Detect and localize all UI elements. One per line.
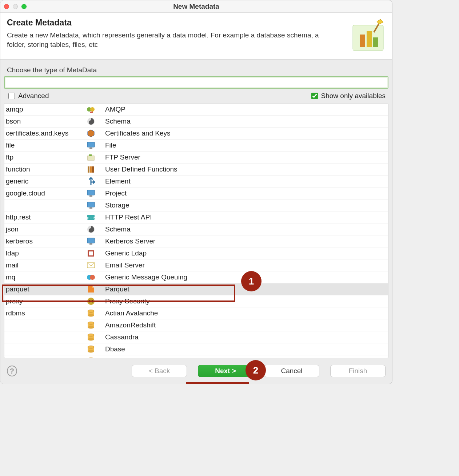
advanced-checkbox[interactable] <box>8 93 15 99</box>
ftp-icon <box>80 153 102 162</box>
next-button[interactable]: Next > <box>198 365 253 377</box>
banner: Create Metadata Create a new Metadata, w… <box>0 13 392 60</box>
metadata-type-row[interactable]: fileFile <box>4 140 388 152</box>
cert-icon <box>80 129 102 138</box>
annotation-badge-1: 1 <box>241 271 262 291</box>
svg-rect-3 <box>373 37 378 47</box>
finish-button: Finish <box>330 365 386 377</box>
books-icon <box>80 165 102 174</box>
mq-icon <box>80 273 102 282</box>
banner-heading: Create Metadata <box>7 18 348 28</box>
metadata-label: Firebird <box>102 357 387 358</box>
ldap-icon <box>80 249 102 258</box>
metadata-type-list-scroll[interactable]: amqpAMQPbsonSchemacertificates.and.keysC… <box>4 104 388 358</box>
metadata-key: generic <box>5 177 80 185</box>
metadata-type-row[interactable]: genericElement <box>4 176 388 187</box>
metadata-label: FTP Server <box>102 153 387 161</box>
monitor-icon <box>80 189 102 198</box>
metadata-type-row[interactable]: mailEmail Server <box>4 259 388 271</box>
metadata-key: certificates.and.keys <box>5 129 80 137</box>
metadata-type-row[interactable]: functionUser Defined Functions <box>4 164 388 176</box>
metadata-key: function <box>5 165 80 173</box>
metadata-label: Email Server <box>102 261 387 269</box>
metadata-key: ldap <box>5 249 80 257</box>
metadata-type-row[interactable]: rdbmsActian Avalanche <box>4 307 388 319</box>
metadata-label: Schema <box>102 225 387 233</box>
metadata-label: AMQP <box>102 105 387 113</box>
svg-rect-2 <box>367 31 372 47</box>
annotation-rect-2 <box>186 382 249 384</box>
window-title: New Metadata <box>0 3 392 11</box>
metadata-type-row[interactable]: jsonSchema <box>4 223 388 235</box>
metadata-type-row[interactable]: Storage <box>4 199 388 211</box>
metadata-label: Project <box>102 189 387 197</box>
monitor-icon <box>80 141 102 150</box>
db-icon <box>80 357 102 358</box>
annotation-badge-2: 2 <box>246 360 266 380</box>
titlebar: New Metadata <box>0 0 392 13</box>
metadata-type-row[interactable]: mqGeneric Message Queuing <box>4 271 388 283</box>
metadata-type-row[interactable]: http.restHTTP Rest API <box>4 211 388 223</box>
metadata-label: Certificates and Keys <box>102 129 387 137</box>
metadata-key: ftp <box>5 153 80 161</box>
metadata-type-row[interactable]: AmazonRedshift <box>4 319 388 331</box>
metadata-key: kerberos <box>5 237 80 245</box>
http-icon <box>80 213 102 222</box>
show-only-availables-checkbox[interactable] <box>311 93 318 99</box>
metadata-type-list: amqpAMQPbsonSchemacertificates.and.keysC… <box>4 103 388 358</box>
svg-rect-1 <box>360 35 365 47</box>
show-only-availables-label[interactable]: Show only availables <box>321 92 386 100</box>
wizard-icon <box>351 18 386 53</box>
db-icon <box>80 321 102 330</box>
metadata-type-row[interactable]: bsonSchema <box>4 116 388 128</box>
metadata-type-row[interactable]: certificates.and.keysCertificates and Ke… <box>4 128 388 140</box>
metadata-type-row[interactable]: google.cloudProject <box>4 187 388 199</box>
arrows-icon <box>80 177 102 186</box>
metadata-label: Element <box>102 177 387 185</box>
monitor-icon <box>80 201 102 210</box>
swirl-icon <box>80 225 102 234</box>
db-icon <box>80 345 102 354</box>
metadata-label: Dbase <box>102 345 387 353</box>
metadata-type-row[interactable]: ftpFTP Server <box>4 152 388 164</box>
swirl-icon <box>80 117 102 126</box>
metadata-key: file <box>5 141 80 149</box>
metadata-filter-input[interactable] <box>4 76 388 89</box>
banner-description: Create a new Metadata, which represents … <box>7 31 334 49</box>
metadata-label: Cassandra <box>102 333 387 341</box>
cancel-button[interactable]: Cancel <box>264 365 319 377</box>
metadata-key: amqp <box>5 105 80 113</box>
metadata-label: Actian Avalanche <box>102 309 387 317</box>
back-button: < Back <box>132 365 187 377</box>
amqp-icon <box>80 105 102 114</box>
metadata-type-row[interactable]: ldapGeneric Ldap <box>4 247 388 259</box>
metadata-key: http.rest <box>5 213 80 221</box>
monitor-icon <box>80 237 102 246</box>
metadata-type-row[interactable]: Dbase <box>4 343 388 355</box>
new-metadata-dialog: New Metadata Create Metadata Create a ne… <box>0 0 392 384</box>
metadata-key: json <box>5 225 80 233</box>
advanced-label[interactable]: Advanced <box>18 92 49 100</box>
svg-marker-5 <box>377 19 383 24</box>
db-icon <box>80 309 102 318</box>
metadata-key: mq <box>5 273 80 281</box>
metadata-key: mail <box>5 261 80 269</box>
metadata-type-row[interactable]: kerberosKerberos Server <box>4 235 388 247</box>
metadata-type-row[interactable]: Cassandra <box>4 331 388 343</box>
metadata-label: File <box>102 141 387 149</box>
mail-icon <box>80 261 102 270</box>
metadata-type-row[interactable]: amqpAMQP <box>4 104 388 116</box>
dialog-footer: ? < Back Next > Cancel Finish <box>0 358 392 384</box>
choose-type-label: Choose the type of MetaData <box>0 60 392 76</box>
help-icon[interactable]: ? <box>7 366 17 376</box>
metadata-label: HTTP Rest API <box>102 213 387 221</box>
db-icon <box>80 333 102 342</box>
metadata-label: Generic Ldap <box>102 249 387 257</box>
metadata-label: User Defined Functions <box>102 165 387 173</box>
metadata-key: bson <box>5 117 80 125</box>
metadata-key: rdbms <box>5 309 80 317</box>
annotation-rect-1 <box>2 285 235 302</box>
metadata-type-row[interactable]: Firebird <box>4 355 388 358</box>
metadata-label: Schema <box>102 117 387 125</box>
metadata-key: google.cloud <box>5 189 80 197</box>
